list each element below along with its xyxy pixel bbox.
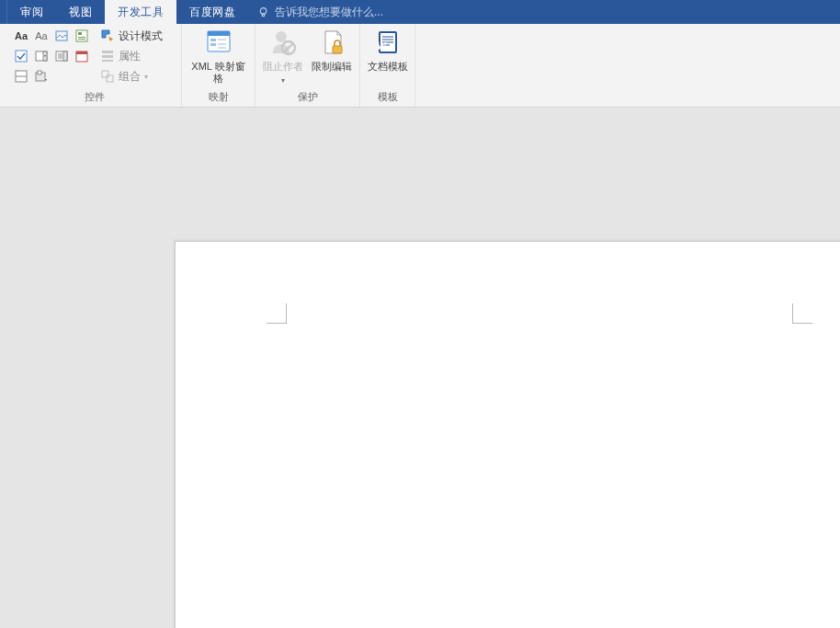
svg-rect-5 xyxy=(78,37,85,38)
svg-rect-6 xyxy=(78,39,85,40)
combo-box-content-control-icon[interactable] xyxy=(31,46,51,66)
design-mode-icon xyxy=(100,29,115,43)
tab-review[interactable]: 审阅 xyxy=(7,0,56,24)
restrict-editing-icon xyxy=(317,28,346,57)
svg-rect-28 xyxy=(102,51,113,53)
date-picker-content-control-icon[interactable] xyxy=(72,46,92,66)
svg-rect-25 xyxy=(38,71,41,74)
block-authors-icon xyxy=(268,28,298,57)
svg-rect-43 xyxy=(333,46,342,53)
legacy-tools-icon[interactable] xyxy=(31,66,51,86)
svg-rect-1 xyxy=(262,14,264,16)
restrict-editing-button[interactable]: 限制编辑 xyxy=(308,26,357,73)
document-template-icon: W xyxy=(373,28,403,57)
document-template-label: 文档模板 xyxy=(368,61,408,73)
svg-marker-27 xyxy=(108,37,113,41)
svg-rect-31 xyxy=(102,71,108,77)
svg-point-40 xyxy=(276,31,287,42)
svg-rect-32 xyxy=(107,75,113,82)
group-label: 组合 xyxy=(119,69,141,85)
ribbon-tab-bar: 审阅 视图 开发工具 百度网盘 告诉我您想要做什么... xyxy=(0,0,840,24)
svg-marker-26 xyxy=(102,30,109,38)
rich-text-content-control-icon[interactable]: Aa xyxy=(11,26,31,46)
tab-baidu-netdisk[interactable]: 百度网盘 xyxy=(176,0,248,24)
svg-rect-7 xyxy=(16,51,27,62)
tab-developer[interactable]: 开发工具 xyxy=(105,0,176,24)
tell-me-placeholder: 告诉我您想要做什么... xyxy=(275,5,383,20)
block-authors-label: 阻止作者 xyxy=(263,61,303,73)
xml-mapping-pane-button[interactable]: XML 映射窗格 xyxy=(186,26,251,85)
svg-point-0 xyxy=(260,7,267,14)
svg-text:W: W xyxy=(376,40,387,52)
dropdown-list-content-control-icon[interactable] xyxy=(51,46,72,66)
group-mapping: XML 映射窗格 映射 xyxy=(182,24,255,107)
group-template-label: 模板 xyxy=(364,88,411,107)
restrict-editing-label: 限制编辑 xyxy=(312,61,352,73)
repeating-section-content-control-icon[interactable] xyxy=(11,66,31,86)
picture-content-control-icon[interactable] xyxy=(51,26,72,46)
ribbon: Aa Aa xyxy=(0,24,840,108)
checkbox-content-control-icon[interactable] xyxy=(11,46,31,66)
group-protect-label: 保护 xyxy=(259,88,356,107)
tell-me-search[interactable]: 告诉我您想要做什么... xyxy=(248,0,392,24)
svg-rect-30 xyxy=(102,60,113,62)
properties-button[interactable]: 属性 xyxy=(96,46,166,66)
page-margin-marker-top-right xyxy=(792,303,812,324)
group-button[interactable]: 组合 ▾ xyxy=(96,66,166,86)
group-mapping-label: 映射 xyxy=(186,88,251,107)
xml-mapping-label: XML 映射窗格 xyxy=(187,61,249,85)
svg-rect-35 xyxy=(210,39,216,41)
chevron-down-icon: ▾ xyxy=(281,76,285,85)
group-controls: Aa Aa xyxy=(7,24,182,107)
plain-text-content-control-icon[interactable]: Aa xyxy=(31,26,51,46)
svg-rect-34 xyxy=(208,31,230,36)
lightbulb-icon xyxy=(257,6,269,18)
tabbar-left-edge xyxy=(0,0,7,24)
document-canvas[interactable] xyxy=(0,108,840,628)
group-controls-label: 控件 xyxy=(11,88,177,107)
svg-rect-14 xyxy=(63,51,67,61)
xml-mapping-icon xyxy=(204,28,233,57)
design-mode-label: 设计模式 xyxy=(119,29,163,44)
svg-rect-16 xyxy=(76,51,87,54)
svg-rect-4 xyxy=(78,32,82,35)
design-mode-button[interactable]: 设计模式 xyxy=(96,26,166,46)
svg-rect-3 xyxy=(76,30,87,41)
group-template: W 文档模板 模板 xyxy=(360,24,415,107)
svg-rect-2 xyxy=(56,31,67,40)
chevron-down-icon: ▾ xyxy=(144,73,148,81)
svg-rect-36 xyxy=(210,43,216,46)
properties-icon xyxy=(100,49,115,63)
block-authors-button: 阻止作者 ▾ xyxy=(259,26,308,85)
document-template-button[interactable]: W 文档模板 xyxy=(364,26,411,73)
building-block-gallery-control-icon[interactable] xyxy=(72,26,92,46)
properties-label: 属性 xyxy=(119,49,141,64)
group-icon xyxy=(100,69,115,84)
svg-rect-29 xyxy=(102,55,113,58)
group-protect: 阻止作者 ▾ 限制编辑 保护 xyxy=(255,24,360,107)
page-margin-marker-top-left xyxy=(267,303,287,324)
tab-view[interactable]: 视图 xyxy=(56,0,105,24)
document-page[interactable] xyxy=(175,241,840,628)
